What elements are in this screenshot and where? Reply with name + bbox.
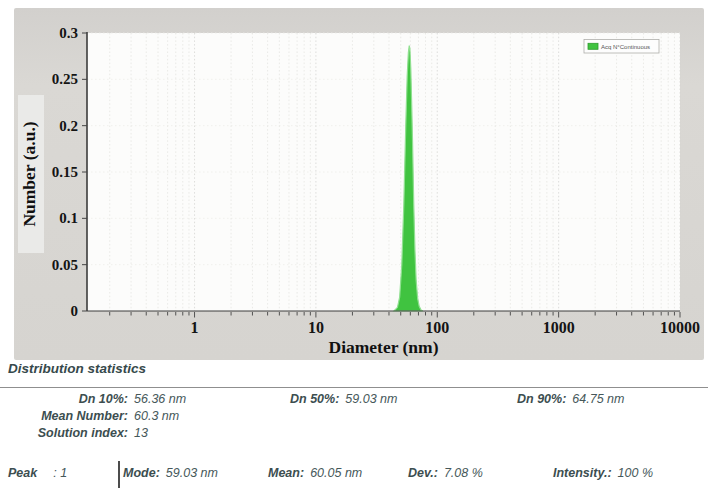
stat-label-mean-number: Mean Number: xyxy=(0,409,128,424)
dev-value: 7.08 % xyxy=(444,466,483,480)
mode-label: Mode: xyxy=(123,466,160,480)
y-axis-title: Number (a.u.) xyxy=(19,121,39,226)
svg-text:1: 1 xyxy=(191,319,199,336)
dev-label: Dev.: xyxy=(408,466,438,480)
chart-widget: 00.050.10.150.20.250.3110100100010000Dia… xyxy=(14,8,704,360)
size-distribution-chart: 00.050.10.150.20.250.3110100100010000Dia… xyxy=(14,8,704,360)
y-tick-labels: 00.050.10.150.20.250.3 xyxy=(52,25,78,319)
x-axis-title: Diameter (nm) xyxy=(329,337,439,357)
vertical-separator xyxy=(118,461,120,488)
peak-item: Peak : 1 xyxy=(8,466,67,480)
stat-label-solution-index: Solution index: xyxy=(0,426,128,441)
stat-label-dn10: Dn 10%: xyxy=(0,392,128,407)
mode-item: Mode: 59.03 nm xyxy=(123,466,218,480)
peak-value: : 1 xyxy=(53,466,67,480)
x-ticks xyxy=(110,312,680,318)
svg-text:10: 10 xyxy=(308,319,324,336)
stat-label-dn50: Dn 50%: xyxy=(290,392,339,407)
intensity-item: Intensity.: 100 % xyxy=(553,466,653,480)
svg-text:1000: 1000 xyxy=(543,319,575,336)
mean-label: Mean: xyxy=(268,466,304,480)
svg-text:0.15: 0.15 xyxy=(52,164,78,180)
stat-dn90: Dn 90%: 64.75 nm xyxy=(517,392,624,407)
stat-dn50: Dn 50%: 59.03 nm xyxy=(290,392,397,407)
divider-line xyxy=(0,387,708,388)
legend: Acq N°Continuous xyxy=(584,40,659,54)
svg-text:0.1: 0.1 xyxy=(59,210,78,226)
mode-value: 59.03 nm xyxy=(166,466,218,480)
svg-text:10000: 10000 xyxy=(660,319,700,336)
dev-item: Dev.: 7.08 % xyxy=(408,466,483,480)
mean-value: 60.05 nm xyxy=(310,466,362,480)
peak-label: Peak xyxy=(8,466,37,480)
svg-text:0.3: 0.3 xyxy=(59,25,78,41)
stat-dn10: Dn 10%: 56.36 nm xyxy=(0,392,186,407)
stat-solution-index: Solution index: 13 xyxy=(0,426,148,441)
legend-swatch xyxy=(588,43,598,49)
svg-text:0.05: 0.05 xyxy=(52,257,78,273)
stats-section-title: Distribution statistics xyxy=(8,361,146,376)
stat-value-dn10: 56.36 nm xyxy=(134,392,186,407)
svg-text:100: 100 xyxy=(425,319,449,336)
mean-item: Mean: 60.05 nm xyxy=(268,466,362,480)
stat-value-dn90: 64.75 nm xyxy=(572,392,624,407)
stat-mean-number: Mean Number: 60.3 nm xyxy=(0,409,179,424)
stat-value-mean-number: 60.3 nm xyxy=(134,409,179,424)
intensity-label: Intensity.: xyxy=(553,466,612,480)
legend-label: Acq N°Continuous xyxy=(601,44,650,50)
x-tick-labels: 110100100010000 xyxy=(191,319,700,336)
intensity-value: 100 % xyxy=(618,466,653,480)
svg-text:0: 0 xyxy=(71,303,79,319)
peak-summary-row: Peak : 1 Mode: 59.03 nm Mean: 60.05 nm D… xyxy=(0,464,708,490)
stat-label-dn90: Dn 90%: xyxy=(517,392,566,407)
svg-text:0.25: 0.25 xyxy=(52,71,78,87)
stat-value-dn50: 59.03 nm xyxy=(345,392,397,407)
stat-value-solution-index: 13 xyxy=(134,426,148,441)
svg-text:0.2: 0.2 xyxy=(59,118,78,134)
